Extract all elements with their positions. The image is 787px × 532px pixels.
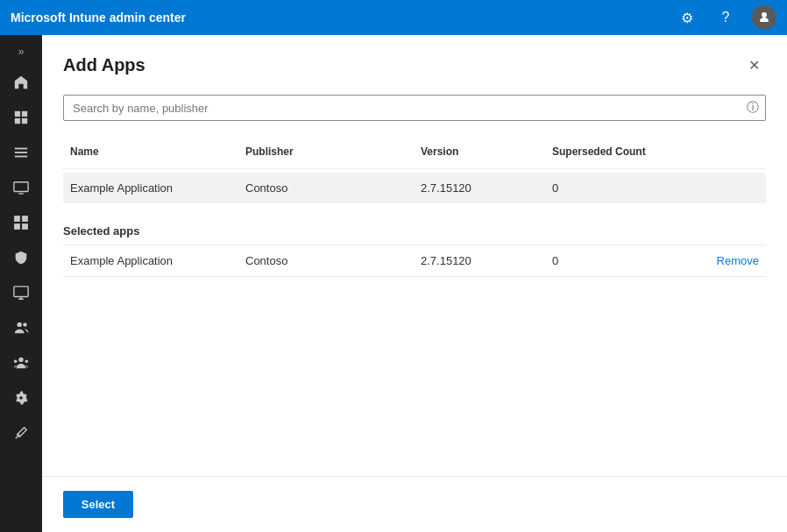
apps-table: Name Publisher Version Superseded Count … [42, 135, 787, 203]
sidebar-item-dashboard[interactable] [0, 100, 42, 135]
svg-rect-13 [14, 287, 28, 297]
svg-point-15 [23, 323, 27, 327]
sidebar: » [0, 35, 42, 532]
selected-name: Example Application [63, 254, 238, 267]
svg-rect-12 [23, 224, 27, 229]
sidebar-item-home[interactable] [0, 65, 42, 100]
selected-apps-section: Selected apps Example Application Contos… [42, 203, 787, 277]
sidebar-item-list[interactable] [0, 135, 42, 170]
dialog: Add Apps ✕ ⓘ Name Publisher Version Supe… [42, 35, 787, 532]
selected-publisher: Contoso [238, 254, 414, 267]
content-area: Add Apps ✕ ⓘ Name Publisher Version Supe… [42, 35, 787, 532]
close-button[interactable]: ✕ [741, 53, 766, 77]
sidebar-item-screen[interactable] [0, 275, 42, 310]
row-superseded: 0 [545, 173, 766, 203]
svg-rect-6 [15, 156, 27, 158]
settings-icon[interactable]: ⚙ [675, 5, 699, 30]
top-bar-icons: ⚙ ? [675, 5, 776, 30]
sidebar-item-monitor[interactable] [0, 170, 42, 205]
help-icon[interactable]: ? [713, 5, 738, 30]
sidebar-item-shield[interactable] [0, 240, 42, 275]
svg-point-18 [25, 359, 29, 363]
selected-row: Example Application Contoso 2.7.15120 0 … [63, 245, 766, 277]
svg-point-14 [18, 323, 22, 327]
svg-rect-0 [15, 111, 20, 117]
top-bar: Microsoft Intune admin center ⚙ ? [0, 0, 787, 35]
col-publisher-header: Publisher [238, 142, 414, 161]
svg-rect-8 [18, 193, 23, 194]
col-superseded-header: Superseded Count [545, 142, 766, 161]
svg-point-17 [14, 359, 18, 363]
search-info-icon[interactable]: ⓘ [741, 96, 765, 120]
row-publisher: Contoso [238, 173, 414, 203]
svg-rect-1 [22, 111, 27, 117]
remove-button[interactable]: Remove [710, 254, 766, 267]
search-input[interactable] [64, 96, 741, 120]
dialog-footer: Select [42, 476, 787, 532]
sidebar-item-users[interactable] [0, 310, 42, 345]
sidebar-expand-btn[interactable]: » [0, 39, 42, 65]
search-area: ⓘ [42, 88, 787, 135]
selected-superseded: 0 [545, 254, 710, 267]
svg-rect-3 [22, 118, 27, 124]
svg-point-16 [18, 358, 23, 362]
table-header: Name Publisher Version Superseded Count [63, 135, 766, 169]
selected-apps-label: Selected apps [63, 224, 766, 238]
svg-rect-4 [15, 148, 27, 150]
svg-rect-7 [14, 182, 28, 192]
sidebar-item-group[interactable] [0, 345, 42, 380]
sidebar-item-grid[interactable] [0, 205, 42, 240]
main-layout: » [0, 35, 787, 532]
svg-rect-11 [15, 224, 19, 229]
dialog-title: Add Apps [63, 55, 145, 75]
col-version-header: Version [414, 142, 545, 161]
svg-rect-9 [15, 216, 19, 221]
selected-version: 2.7.15120 [414, 254, 545, 267]
avatar[interactable] [752, 5, 776, 30]
svg-rect-5 [15, 152, 27, 153]
search-container: ⓘ [63, 95, 766, 121]
sidebar-item-tools[interactable] [0, 415, 42, 450]
app-title: Microsoft Intune admin center [11, 11, 675, 25]
row-version: 2.7.15120 [414, 173, 545, 203]
row-name: Example Application [63, 173, 238, 203]
select-button[interactable]: Select [63, 491, 133, 518]
svg-rect-10 [23, 216, 27, 221]
dialog-header: Add Apps ✕ [42, 35, 787, 88]
sidebar-item-settings[interactable] [0, 380, 42, 415]
col-name-header: Name [63, 142, 238, 161]
table-row[interactable]: Example Application Contoso 2.7.15120 0 [63, 173, 766, 203]
svg-rect-2 [15, 118, 20, 124]
